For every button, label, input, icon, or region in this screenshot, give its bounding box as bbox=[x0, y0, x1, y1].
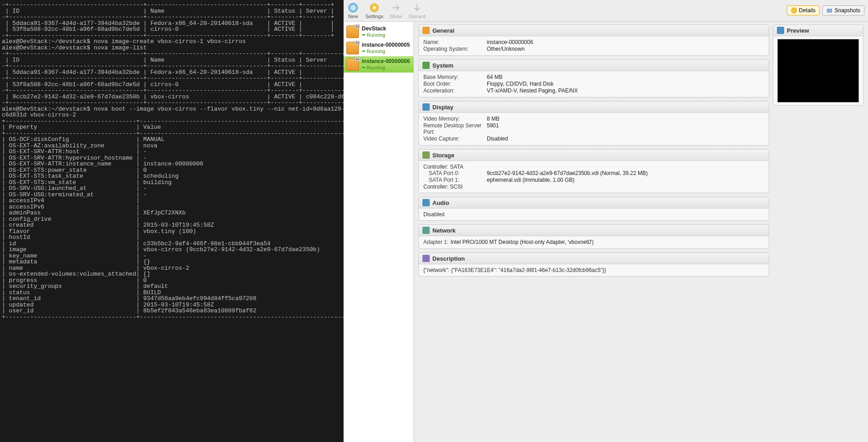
display-icon bbox=[422, 103, 430, 111]
toolbar-label: Discard bbox=[408, 14, 425, 19]
snapshots-toggle[interactable]: Snapshots bbox=[822, 5, 864, 15]
section-header[interactable]: Display bbox=[419, 102, 769, 113]
section-header[interactable]: Preview bbox=[773, 25, 863, 36]
section-header[interactable]: Audio bbox=[419, 197, 769, 209]
arrow-down-icon bbox=[411, 2, 423, 14]
description-icon bbox=[422, 255, 430, 262]
section-general: General Name:instance-00000006 Operating… bbox=[418, 24, 769, 56]
arrow-right-icon bbox=[390, 2, 402, 14]
toolbar-label: Settings bbox=[365, 14, 383, 19]
svg-point-3 bbox=[373, 6, 376, 9]
section-header[interactable]: General bbox=[419, 25, 769, 36]
section-preview: Preview bbox=[773, 24, 863, 106]
vm-state: Running bbox=[362, 65, 410, 71]
section-header[interactable]: Description bbox=[419, 253, 769, 264]
vm-name: DevStack bbox=[362, 25, 386, 32]
settings-button[interactable]: Settings bbox=[365, 2, 383, 19]
toolbar-label: Show bbox=[390, 14, 402, 19]
button-label: Details bbox=[799, 7, 816, 14]
vm-name: instance-00000006 bbox=[362, 58, 410, 64]
virtualbox-manager: New Settings Show Discard Details Snapsh… bbox=[344, 0, 868, 442]
details-pane: General Name:instance-00000006 Operating… bbox=[414, 22, 868, 442]
vm-item-instance5[interactable]: instance-00000005 Running bbox=[344, 40, 413, 56]
new-icon bbox=[347, 2, 359, 14]
section-header[interactable]: Storage bbox=[419, 150, 769, 161]
gear-icon bbox=[369, 2, 380, 14]
vm-item-devstack[interactable]: DevStack Running bbox=[344, 24, 413, 40]
section-description: Description {"network": {"FA163E73E1E4":… bbox=[418, 253, 769, 277]
toolbar: New Settings Show Discard Details Snapsh… bbox=[344, 0, 868, 22]
vm-item-instance6[interactable]: instance-00000006 Running bbox=[344, 56, 413, 73]
vm-preview-thumbnail[interactable] bbox=[777, 39, 859, 102]
network-icon bbox=[422, 227, 430, 234]
show-button: Show bbox=[390, 2, 402, 19]
general-icon bbox=[422, 27, 430, 34]
section-header[interactable]: System bbox=[419, 60, 769, 71]
vm-icon bbox=[346, 42, 359, 54]
vm-name: instance-00000005 bbox=[362, 42, 410, 48]
terminal-window[interactable]: -+--------------------------------------… bbox=[0, 0, 344, 442]
preview-icon bbox=[777, 27, 784, 34]
section-storage: Storage Controller: SATA SATA Port 0:9cc… bbox=[418, 149, 769, 193]
details-toggle[interactable]: Details bbox=[787, 5, 820, 15]
svg-point-4 bbox=[791, 8, 797, 13]
svg-rect-5 bbox=[827, 9, 832, 12]
chip-icon bbox=[422, 62, 430, 69]
vm-icon bbox=[346, 25, 359, 38]
svg-point-1 bbox=[350, 5, 356, 10]
audio-icon bbox=[422, 199, 430, 206]
general-name: instance-00000006 bbox=[487, 39, 764, 45]
toolbar-label: New bbox=[348, 14, 358, 19]
section-network: Network Adapter 1:Intel PRO/1000 MT Desk… bbox=[418, 224, 769, 249]
discard-button: Discard bbox=[408, 2, 425, 19]
section-display: Display Video Memory:8 MB Remote Desktop… bbox=[418, 101, 769, 146]
details-icon bbox=[791, 7, 797, 14]
vm-list: DevStack Running instance-00000005 Runni… bbox=[344, 22, 414, 442]
storage-icon bbox=[422, 151, 430, 159]
section-audio: Audio Disabled bbox=[418, 197, 769, 221]
section-system: System Base Memory:64 MB Boot Order:Flop… bbox=[418, 59, 769, 97]
vm-state: Running bbox=[362, 49, 410, 54]
vm-state: Running bbox=[362, 32, 386, 38]
button-label: Snapshots bbox=[834, 7, 860, 14]
camera-icon bbox=[826, 7, 833, 14]
general-os: Other/Unknown bbox=[487, 46, 764, 52]
new-button[interactable]: New bbox=[347, 2, 359, 19]
section-header[interactable]: Network bbox=[419, 225, 769, 236]
vm-icon bbox=[346, 58, 359, 71]
